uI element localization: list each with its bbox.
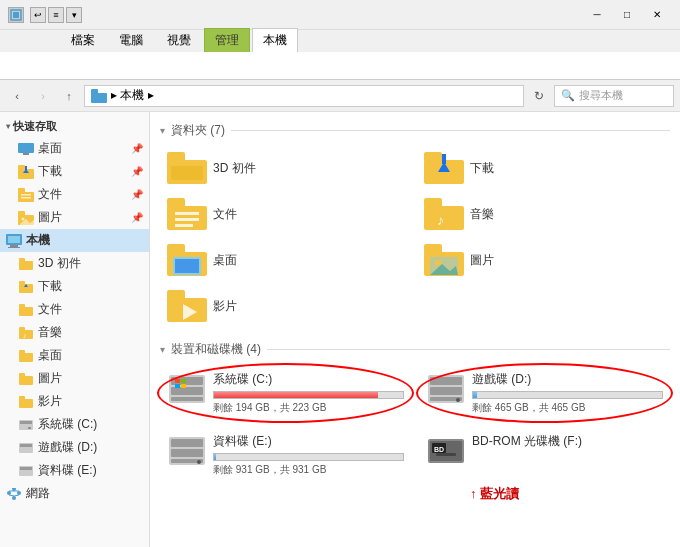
folder-music-icon: ♪: [424, 198, 464, 230]
properties-icon[interactable]: ≡: [48, 7, 64, 23]
folder-downloads[interactable]: 下載: [417, 147, 670, 189]
close-button[interactable]: ✕: [642, 5, 672, 25]
tab-manage[interactable]: 管理: [204, 28, 250, 52]
folder-desktop-icon: [167, 244, 207, 276]
minimize-button[interactable]: ─: [582, 5, 612, 25]
folder-downloads-icon: [424, 152, 464, 184]
svg-rect-35: [19, 373, 25, 377]
address-path[interactable]: ▸ 本機 ▸: [84, 85, 524, 107]
drive-c-fill: [214, 392, 378, 398]
svg-rect-19: [8, 236, 20, 243]
svg-rect-2: [91, 93, 107, 103]
sidebar-item-system-c[interactable]: 系統碟 (C:): [0, 413, 149, 436]
sidebar-item-3d[interactable]: 3D 初件: [0, 252, 149, 275]
folder-documents[interactable]: 文件: [160, 193, 413, 235]
drive-e-icon: [167, 433, 207, 469]
pin-icon2: 📌: [131, 166, 143, 177]
folder-videos[interactable]: 影片: [160, 285, 413, 327]
ribbon-tabs: 檔案 電腦 視覺 管理 本機: [0, 30, 680, 52]
svg-rect-32: [19, 353, 33, 362]
svg-point-46: [7, 491, 11, 495]
search-box[interactable]: 🔍 搜尋本機: [554, 85, 674, 107]
svg-rect-63: [175, 218, 199, 221]
refresh-button[interactable]: ↻: [528, 85, 550, 107]
drive-f[interactable]: BD BD-ROM 光碟機 (F:) ↑ 藍光讀: [419, 428, 670, 482]
svg-point-92: [456, 398, 460, 402]
tab-file[interactable]: 檔案: [60, 28, 106, 52]
svg-rect-11: [18, 188, 25, 193]
svg-rect-20: [10, 245, 18, 247]
svg-rect-12: [21, 194, 31, 196]
drive-c-icon: [18, 417, 34, 433]
folder-pictures[interactable]: 圖片: [417, 239, 670, 281]
videos-icon: [18, 394, 34, 410]
3d-icon: [18, 256, 34, 272]
ribbon-bar: [0, 52, 680, 80]
sidebar-item-pictures2[interactable]: 圖片: [0, 367, 149, 390]
drive-e-icon: [18, 463, 34, 479]
tab-this-pc[interactable]: 本機: [252, 28, 298, 52]
section-divider: [231, 130, 670, 131]
svg-rect-25: [19, 281, 25, 285]
back-button[interactable]: ‹: [6, 85, 28, 107]
dropdown-icon[interactable]: ▾: [66, 7, 82, 23]
sidebar-item-network[interactable]: 網路: [0, 482, 149, 505]
network-icon: [6, 486, 22, 502]
drive-c-bar: [213, 391, 404, 399]
drive-d[interactable]: 遊戲碟 (D:) 剩餘 465 GB，共 465 GB: [419, 366, 670, 420]
sidebar-item-downloads2[interactable]: 下載: [0, 275, 149, 298]
sidebar-item-downloads[interactable]: 下載 📌: [0, 160, 149, 183]
svg-rect-100: [436, 453, 456, 456]
svg-rect-23: [19, 258, 25, 262]
svg-rect-33: [19, 350, 25, 354]
drive-c[interactable]: 系統碟 (C:) 剩餘 194 GB，共 223 GB: [160, 366, 411, 420]
svg-text:♪: ♪: [23, 332, 27, 339]
title-bar: ↩ ≡ ▾ ─ □ ✕: [0, 0, 680, 30]
drive-d-info: 遊戲碟 (D:) 剩餘 465 GB，共 465 GB: [472, 371, 663, 415]
drive-e-bar: [213, 453, 404, 461]
desktop-icon: [18, 141, 34, 157]
sidebar-item-music[interactable]: ♪ 音樂: [0, 321, 149, 344]
folder-pictures-icon: [424, 244, 464, 276]
sidebar-item-documents2[interactable]: 文件: [0, 298, 149, 321]
drive-grid: 系統碟 (C:) 剩餘 194 GB，共 223 GB: [160, 366, 670, 482]
sidebar-item-desktop2[interactable]: 桌面: [0, 344, 149, 367]
quick-access-header[interactable]: ▾ 快速存取: [0, 116, 149, 137]
sidebar-item-videos[interactable]: 影片: [0, 390, 149, 413]
svg-rect-3: [91, 89, 98, 94]
maximize-button[interactable]: □: [612, 5, 642, 25]
svg-rect-7: [18, 165, 25, 170]
folder-grid: 3D 初件 下載: [160, 147, 670, 327]
tab-computer[interactable]: 電腦: [108, 28, 154, 52]
drives-chevron: ▾: [160, 344, 165, 355]
folder-desktop[interactable]: 桌面: [160, 239, 413, 281]
pictures-icon: [18, 210, 34, 226]
pin-icon3: 📌: [131, 189, 143, 200]
sidebar-item-data-e[interactable]: 資料碟 (E:): [0, 459, 149, 482]
drive-f-info: BD-ROM 光碟機 (F:): [472, 433, 663, 453]
drive-d-bar: [472, 391, 663, 399]
svg-rect-84: [175, 379, 180, 383]
folder-videos-icon: [167, 290, 207, 322]
svg-rect-28: [19, 304, 25, 308]
sidebar-item-desktop[interactable]: 桌面 📌: [0, 137, 149, 160]
svg-rect-4: [18, 143, 34, 153]
drive-c-info: 系統碟 (C:) 剩餘 194 GB，共 223 GB: [213, 371, 404, 415]
svg-rect-54: [167, 152, 185, 162]
folder-music[interactable]: ♪ 音樂: [417, 193, 670, 235]
svg-point-47: [17, 491, 21, 495]
svg-rect-65: [424, 206, 464, 230]
svg-point-16: [22, 217, 25, 220]
sidebar-item-game-d[interactable]: 遊戲碟 (D:): [0, 436, 149, 459]
forward-button[interactable]: ›: [32, 85, 54, 107]
sidebar-item-pictures[interactable]: 圖片 📌: [0, 206, 149, 229]
svg-rect-5: [23, 153, 29, 155]
undo-icon[interactable]: ↩: [30, 7, 46, 23]
sidebar-item-this-pc[interactable]: 本機: [0, 229, 149, 252]
sidebar-item-documents[interactable]: 文件 📌: [0, 183, 149, 206]
tab-view[interactable]: 視覺: [156, 28, 202, 52]
svg-rect-95: [171, 449, 203, 457]
drive-e[interactable]: 資料碟 (E:) 剩餘 931 GB，共 931 GB: [160, 428, 411, 482]
up-button[interactable]: ↑: [58, 85, 80, 107]
folder-3d[interactable]: 3D 初件: [160, 147, 413, 189]
